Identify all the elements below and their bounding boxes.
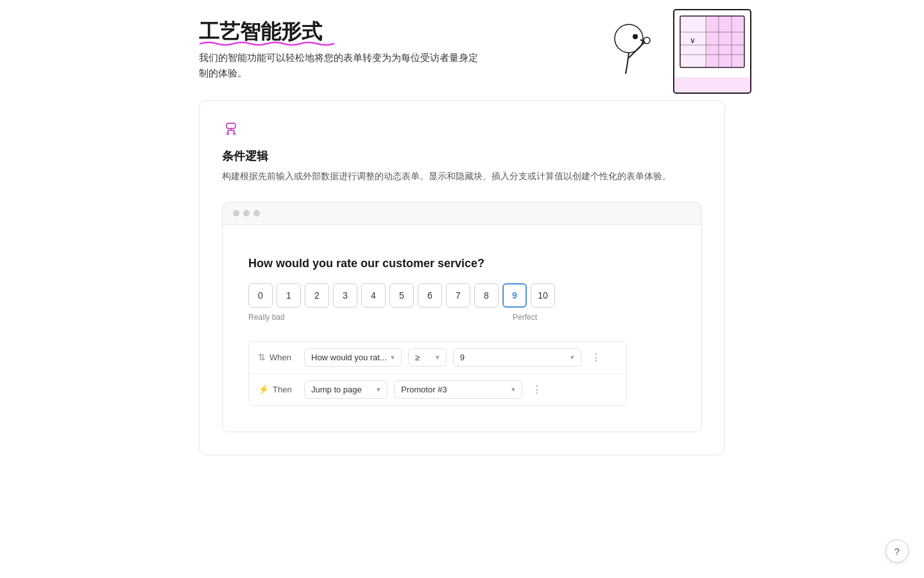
when-more-button[interactable]: ⋮ [588, 349, 604, 365]
then-target-chevron: ▾ [511, 385, 515, 394]
then-action-select[interactable]: Jump to page ▾ [304, 380, 388, 399]
window-dot-2 [243, 210, 250, 216]
header-section: 工艺智能形式 我们的智能功能可以轻松地将您的表单转变为为每位受访者量身定制的体验… [199, 19, 725, 81]
window-body: How would you rate our customer service?… [223, 225, 701, 432]
when-operator-chevron: ▾ [436, 353, 440, 362]
rating-8[interactable]: 8 [474, 283, 499, 308]
rating-4[interactable]: 4 [361, 283, 386, 308]
then-more-button[interactable]: ⋮ [529, 381, 545, 398]
feature-card: 条件逻辑 构建根据先前输入或外部数据进行调整的动态表单。显示和隐藏块、插入分支或… [200, 101, 724, 454]
logic-icon [222, 120, 240, 138]
svg-point-16 [234, 133, 235, 135]
when-field-select[interactable]: How would you rat... ▾ [304, 348, 402, 367]
help-button[interactable]: ? [886, 539, 909, 563]
rating-label-right: Perfect [513, 313, 537, 322]
logic-container: ⇅ When How would you rat... ▾ ≥ ▾ [248, 341, 627, 406]
then-label: Then [273, 385, 292, 394]
logic-row-when: ⇅ When How would you rat... ▾ ≥ ▾ [249, 342, 626, 374]
rating-5[interactable]: 5 [389, 283, 414, 308]
feature-title: 条件逻辑 [222, 148, 702, 164]
card-container: 条件逻辑 构建根据先前输入或外部数据进行调整的动态表单。显示和隐藏块、插入分支或… [199, 100, 725, 455]
rating-7[interactable]: 7 [446, 283, 470, 308]
page-title: 工艺智能形式 [199, 19, 520, 44]
preview-window: How would you rate our customer service?… [222, 202, 702, 432]
svg-point-1 [633, 35, 637, 39]
rating-2[interactable]: 2 [305, 283, 329, 308]
rating-10[interactable]: 10 [531, 283, 555, 308]
main-content: 工艺智能形式 我们的智能功能可以轻松地将您的表单转变为为每位受访者量身定制的体验… [173, 19, 751, 455]
window-dot-3 [253, 210, 260, 216]
then-icon: ⚡ [258, 384, 269, 394]
svg-point-15 [227, 133, 229, 135]
window-titlebar [223, 202, 701, 225]
window-dot-1 [233, 210, 239, 216]
then-target-select[interactable]: Promotor #3 ▾ [394, 380, 522, 399]
rating-labels: Really bad Perfect [248, 313, 537, 322]
when-operator-value: ≥ [415, 353, 420, 362]
svg-text:∨: ∨ [690, 36, 696, 45]
when-label-cell: ⇅ When [258, 352, 298, 362]
rating-6[interactable]: 6 [418, 283, 442, 308]
title-text: 工艺智能形式 [199, 19, 322, 44]
when-value-select[interactable]: 9 ▾ [453, 348, 581, 367]
then-label-cell: ⚡ Then [258, 384, 298, 394]
when-value-chevron: ▾ [570, 353, 574, 362]
svg-rect-5 [706, 16, 744, 67]
illustration-area: ∨ [533, 6, 764, 109]
feature-desc: 构建根据先前输入或外部数据进行调整的动态表单。显示和隐藏块、插入分支或计算值以创… [222, 169, 702, 183]
rating-label-left: Really bad [248, 313, 285, 322]
survey-question: How would you rate our customer service? [248, 257, 676, 270]
then-action-chevron: ▾ [377, 385, 381, 394]
when-field-chevron: ▾ [391, 353, 395, 362]
help-label: ? [894, 546, 900, 557]
rating-1[interactable]: 1 [277, 283, 301, 308]
logic-row-then: ⚡ Then Jump to page ▾ Promotor #3 ▾ [249, 374, 626, 405]
then-target-value: Promotor #3 [401, 385, 447, 394]
when-icon: ⇅ [258, 352, 266, 362]
rating-0[interactable]: 0 [248, 283, 273, 308]
svg-point-2 [644, 37, 650, 44]
rating-row: 0 1 2 3 4 5 6 7 8 9 10 [248, 283, 676, 308]
when-operator-select[interactable]: ≥ ▾ [408, 348, 447, 367]
page-wrapper: 工艺智能形式 我们的智能功能可以轻松地将您的表单转变为为每位受访者量身定制的体验… [0, 0, 924, 578]
when-label: When [270, 353, 291, 362]
when-value-val: 9 [460, 353, 465, 362]
svg-rect-14 [674, 77, 751, 93]
feature-icon-area [222, 120, 243, 141]
page-subtitle: 我们的智能功能可以轻松地将您的表单转变为为每位受访者量身定制的体验。 [199, 50, 481, 81]
rating-9[interactable]: 9 [502, 283, 527, 308]
rating-3[interactable]: 3 [333, 283, 357, 308]
then-action-value: Jump to page [311, 385, 362, 394]
title-area: 工艺智能形式 我们的智能功能可以轻松地将您的表单转变为为每位受访者量身定制的体验… [199, 19, 520, 81]
when-field-value: How would you rat... [311, 353, 387, 362]
squiggle-decoration [199, 40, 340, 48]
illustration-svg: ∨ [533, 6, 764, 109]
